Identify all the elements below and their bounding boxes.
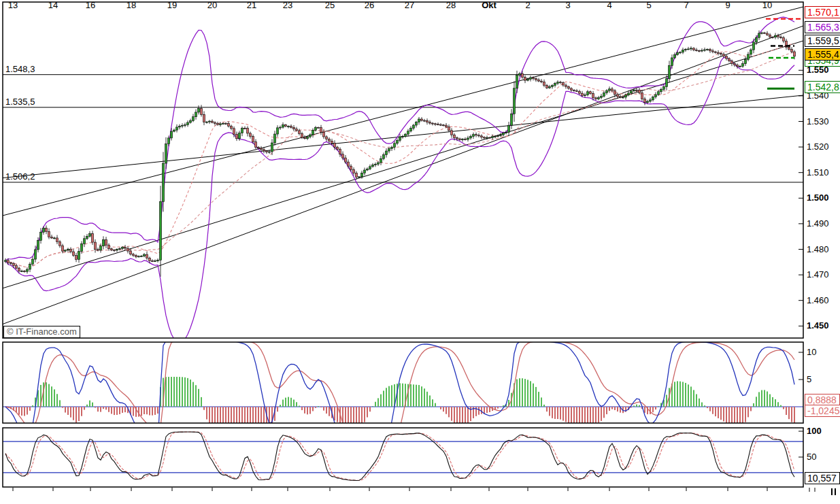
stoch-panel[interactable]	[3, 428, 803, 487]
chart-window: 1.548,3 1.535,5 1.506,2 1.570,1 1.565,3 …	[0, 0, 840, 504]
x-axis-tick-label: 27	[405, 0, 414, 10]
y-axis-tick-label: 1.460	[807, 295, 829, 305]
x-axis-tick-label: 7	[684, 0, 688, 10]
macd-value-tag-2: -1,0245	[805, 405, 840, 417]
level-label-1548: 1.548,3	[5, 64, 35, 74]
y-axis-tick-label: 1.480	[807, 244, 829, 254]
price-tag-support-green[interactable]: 1.542,8	[805, 81, 840, 93]
x-axis-tick-label: 2	[525, 0, 530, 10]
y-axis-tick-label: 1.510	[807, 167, 829, 178]
level-label-1506: 1.506,2	[5, 171, 35, 182]
x-axis-tick-label: 10	[762, 0, 772, 10]
price-tag-level-black[interactable]: 1.559,5	[805, 35, 840, 47]
price-tag-resistance[interactable]: 1.570,1	[805, 6, 840, 18]
x-axis-tick-label: 25	[325, 0, 335, 10]
main-panel[interactable]	[3, 2, 803, 338]
x-axis-tick-label: 20	[207, 0, 217, 10]
x-axis-tick-label: 9	[725, 0, 730, 10]
stoch-axis-tick-label: 100	[807, 426, 822, 436]
x-axis-tick-label: 23	[283, 0, 292, 10]
stoch-value-tag: 10,557	[805, 472, 840, 484]
copyright-watermark: © IT-Finance.com	[3, 326, 80, 338]
x-axis-tick-label: 21	[247, 0, 256, 10]
x-axis-tick-label: 13	[8, 0, 18, 10]
x-axis-tick-label: 26	[365, 0, 374, 10]
x-axis-tick-label: 18	[127, 0, 136, 10]
x-axis-tick-label: 14	[48, 0, 58, 10]
price-tag-bollinger-upper[interactable]: 1.565,3	[805, 21, 840, 33]
x-axis-tick-label: Okt	[482, 0, 497, 10]
chart-canvas	[0, 0, 840, 504]
macd-panel[interactable]	[3, 342, 803, 423]
macd-axis-tick-label: 5	[807, 374, 811, 384]
x-axis-tick-label: 3	[565, 0, 570, 10]
frames-and-ticks	[3, 2, 835, 495]
x-axis-tick-label: 5	[646, 0, 651, 10]
y-axis-tick-label: 1.470	[807, 269, 829, 280]
y-axis-tick-label: 1.490	[807, 218, 829, 229]
last-price-tag: 1.555,4	[805, 48, 840, 61]
x-axis-tick-label: 19	[167, 0, 177, 10]
y-axis-tick-label: 1.520	[807, 141, 829, 152]
y-axis-tick-label: 1.450	[807, 320, 829, 331]
x-axis-tick-label: 28	[446, 0, 456, 10]
level-label-1535: 1.535,5	[5, 97, 35, 107]
y-axis-tick-label: 1.530	[807, 116, 829, 127]
x-axis-tick-label: 4	[607, 0, 611, 10]
macd-axis-tick-label: 10	[807, 347, 816, 357]
y-axis-tick-label: 1.500	[807, 192, 829, 203]
stoch-axis-tick-label: 50	[807, 452, 816, 462]
x-axis-tick-label: 16	[86, 0, 95, 10]
